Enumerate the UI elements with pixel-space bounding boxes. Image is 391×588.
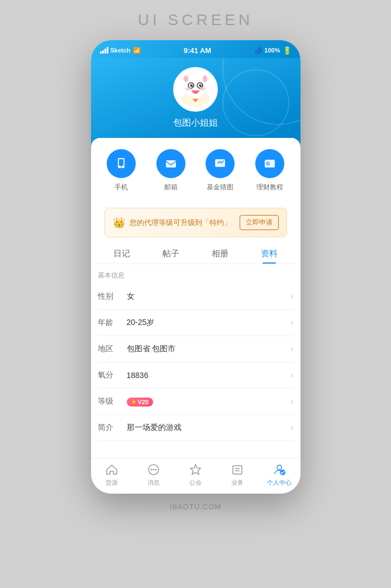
nav-message[interactable]: 消息 [133,463,175,487]
status-right: 🔵 100% 🔋 [254,46,291,55]
avatar-image [175,69,216,110]
svg-point-14 [193,90,198,94]
phone-icon [107,149,136,178]
field-region-value: 包图省 包图市 [127,344,291,354]
nav-message-label: 消息 [147,479,160,487]
page-title: UI SCREEN [138,11,253,29]
action-phone-label: 手机 [115,183,128,192]
field-age-value: 20-25岁 [127,318,291,328]
svg-point-28 [151,469,152,471]
field-level[interactable]: 等级 ★ V20 › [98,389,294,415]
field-level-label: 等级 [98,396,127,407]
nav-business[interactable]: 业务 [217,463,259,487]
battery-icon: 🔋 [283,46,292,55]
profile-content: 基本信息 性别 女 › 年龄 20-25岁 › 地区 包图省 包图市 › [91,264,301,441]
app-name: Sketch [111,47,131,54]
tab-post[interactable]: 帖子 [146,244,196,264]
svg-point-19 [121,166,122,168]
arrow-icon-6: › [290,423,293,433]
level-badge: ★ V20 [127,398,154,407]
svg-rect-22 [215,159,225,167]
avatar[interactable] [173,67,218,112]
promo-banner: 👑 您的代理等级可升级到「特约」 立即申请 [104,208,287,237]
svg-rect-18 [119,159,123,166]
page-wrapper: UI SCREEN Sketch 📶 9:41 AM 🔵 100% 🔋 [0,0,391,588]
action-fund[interactable]: 基金猜图 [206,149,235,192]
svg-point-29 [153,469,155,471]
action-email-label: 邮箱 [164,183,178,192]
field-age[interactable]: 年龄 20-25岁 › [98,310,294,336]
field-oxygen-label: 氧分 [98,370,127,380]
promo-left: 👑 您的代理等级可升级到「特约」 [113,217,231,229]
arrow-icon-3: › [290,344,293,354]
bluetooth-icon: 🔵 [254,47,262,54]
message-icon [147,463,160,476]
svg-point-8 [190,84,193,87]
action-fund-label: 基金猜图 [207,183,233,192]
bottom-nav: 货源 消息 公会 [91,458,301,494]
arrow-icon-5: › [290,396,293,407]
guild-icon [189,463,202,476]
svg-rect-31 [233,466,242,474]
fund-icon [206,149,235,178]
field-oxygen[interactable]: 氧分 18836 › [98,362,294,389]
tabs-row: 日记 帖子 相册 资料 [98,237,294,264]
promo-icon: 👑 [113,217,125,229]
promo-text: 您的代理等级可升级到「特约」 [130,218,231,228]
svg-point-10 [192,84,193,85]
battery-percent: 100% [264,47,280,54]
level-star-icon: ★ [131,399,136,405]
action-email[interactable]: 邮箱 [156,149,185,192]
field-gender-value: 女 [127,291,291,302]
signal-icon [100,47,108,54]
profile-header: 包图小姐姐 手机 [91,58,301,201]
username: 包图小姐姐 [173,117,218,129]
status-time: 9:41 AM [184,46,211,55]
svg-point-5 [203,75,207,82]
svg-rect-20 [166,160,176,168]
finance-icon [255,149,284,178]
arrow-icon-4: › [290,370,293,380]
action-finance-label: 理财教程 [256,183,283,192]
arrow-icon: › [290,291,293,302]
nav-home[interactable]: 货源 [91,463,133,487]
nav-guild-label: 公会 [189,479,202,487]
action-finance[interactable]: 理财教程 [255,149,284,192]
field-gender[interactable]: 性别 女 › [98,284,294,310]
phone-frame: Sketch 📶 9:41 AM 🔵 100% 🔋 [91,40,301,494]
field-oxygen-value: 18836 [127,371,291,380]
promo-button[interactable]: 立即申请 [240,215,279,230]
section-title: 基本信息 [98,264,294,284]
home-icon [105,463,118,476]
nav-profile-label: 个人中心 [267,479,292,487]
field-bio-label: 简介 [98,423,127,433]
nav-home-label: 货源 [106,479,118,487]
field-bio-value: 那一场爱的游戏 [127,423,291,433]
tab-profile[interactable]: 资料 [245,244,294,264]
action-phone[interactable]: 手机 [107,149,136,192]
tab-album[interactable]: 相册 [196,244,245,264]
nav-guild[interactable]: 公会 [175,463,217,487]
status-bar: Sketch 📶 9:41 AM 🔵 100% 🔋 [91,40,301,58]
field-region[interactable]: 地区 包图省 包图市 › [98,336,294,362]
svg-point-30 [155,469,157,471]
email-icon [156,149,185,178]
field-region-label: 地区 [98,344,127,354]
field-level-value: ★ V20 [127,396,291,407]
svg-point-11 [201,84,202,85]
svg-point-4 [184,75,188,82]
business-icon [231,463,244,476]
nav-business-label: 业务 [231,479,244,487]
status-left: Sketch 📶 [100,47,141,54]
field-age-label: 年龄 [98,318,127,328]
field-bio[interactable]: 简介 那一场爱的游戏 › [98,415,294,441]
arrow-icon-2: › [290,318,293,328]
tab-diary[interactable]: 日记 [98,244,147,264]
svg-point-12 [185,87,191,90]
svg-point-34 [277,465,282,470]
field-gender-label: 性别 [98,291,127,302]
wifi-icon: 📶 [133,47,141,54]
nav-profile[interactable]: 个人中心 [259,463,301,487]
svg-point-13 [200,87,206,90]
bottom-label: IBAOTU.COM [170,503,221,511]
